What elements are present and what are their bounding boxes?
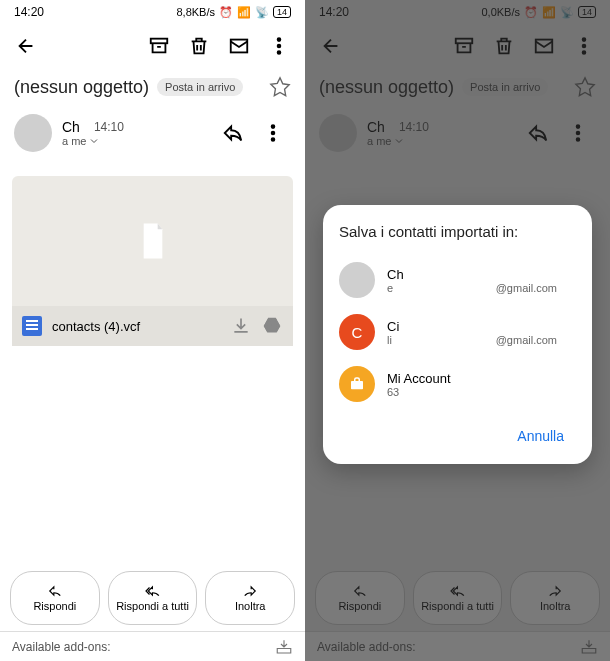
bottom-action-bar: Rispondi Rispondi a tutti Inoltra (0, 571, 305, 625)
account-avatar (339, 262, 375, 298)
account-name: Ch (387, 267, 576, 282)
sender-avatar[interactable] (14, 114, 52, 152)
attachment-filename: contacts (4).vcf (52, 319, 221, 334)
addons-row[interactable]: Available add-ons: (0, 631, 305, 661)
back-button[interactable] (8, 28, 44, 64)
sender-time: 14:10 (94, 120, 124, 134)
svg-point-2 (278, 38, 281, 41)
signal-icon: 📶 (237, 6, 251, 19)
email-toolbar (0, 24, 305, 68)
dialog-cancel-button[interactable]: Annulla (505, 420, 576, 452)
account-option-2[interactable]: Mi Account 63 (339, 358, 576, 410)
svg-point-7 (272, 138, 275, 141)
file-icon (139, 223, 167, 259)
status-bar: 14:20 8,8KB/s ⏰ 📶 📡 14 (0, 0, 305, 24)
subject-row: (nessun oggetto) Posta in arrivo (0, 68, 305, 106)
alarm-icon: ⏰ (219, 6, 233, 19)
reply-all-icon (143, 584, 163, 598)
drive-button[interactable] (261, 315, 283, 337)
attachment-preview (12, 176, 293, 306)
reply-icon-button[interactable] (215, 115, 251, 151)
account-avatar (339, 366, 375, 402)
recipient-toggle[interactable]: a me (62, 135, 205, 147)
chevron-down-icon (88, 135, 100, 147)
svg-rect-16 (351, 381, 363, 389)
import-contacts-dialog: Salva i contatti importati in: Ch e@gmai… (323, 205, 592, 464)
folder-chip[interactable]: Posta in arrivo (157, 78, 243, 96)
star-button[interactable] (269, 76, 291, 98)
status-net-speed: 8,8KB/s (176, 6, 215, 18)
email-subject: (nessun oggetto) (14, 77, 149, 98)
mark-unread-button[interactable] (221, 28, 257, 64)
reply-all-button[interactable]: Rispondi a tutti (108, 571, 198, 625)
sender-row: Ch 14:10 a me (0, 106, 305, 160)
addons-icon (275, 638, 293, 656)
sender-name: Ch (62, 119, 80, 135)
account-name: Ci (387, 319, 576, 334)
svg-point-3 (278, 45, 281, 48)
reply-icon (46, 584, 64, 598)
dialog-title: Salva i contatti importati in: (339, 223, 576, 240)
svg-rect-0 (151, 39, 168, 44)
account-option-0[interactable]: Ch e@gmail.com (339, 254, 576, 306)
forward-icon (241, 584, 259, 598)
account-option-1[interactable]: C Ci li@gmail.com (339, 306, 576, 358)
vcf-file-icon (22, 316, 42, 336)
forward-button[interactable]: Inoltra (205, 571, 295, 625)
account-avatar: C (339, 314, 375, 350)
archive-button[interactable] (141, 28, 177, 64)
delete-button[interactable] (181, 28, 217, 64)
attachment-card[interactable]: contacts (4).vcf (12, 176, 293, 346)
download-button[interactable] (231, 316, 251, 336)
briefcase-icon (348, 375, 366, 393)
message-more-button[interactable] (255, 115, 291, 151)
svg-point-5 (272, 125, 275, 128)
svg-point-4 (278, 51, 281, 54)
battery-icon: 14 (273, 6, 291, 18)
reply-button[interactable]: Rispondi (10, 571, 100, 625)
svg-point-6 (272, 132, 275, 135)
wifi-icon: 📡 (255, 6, 269, 19)
account-name: Mi Account (387, 371, 576, 386)
status-time: 14:20 (14, 5, 44, 19)
more-button[interactable] (261, 28, 297, 64)
